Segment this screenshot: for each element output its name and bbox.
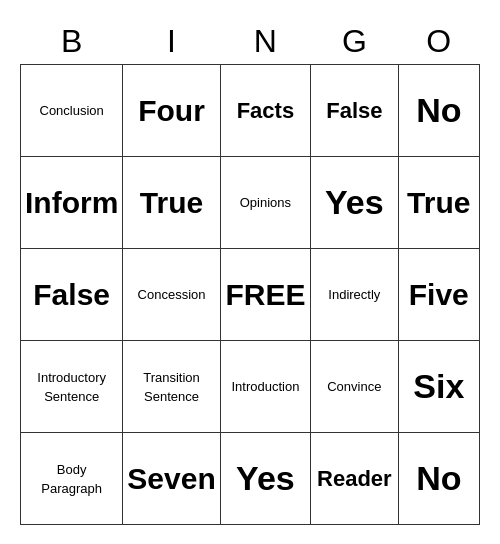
bingo-header-o: O — [398, 19, 479, 65]
bingo-header-g: G — [311, 19, 398, 65]
bingo-cell-2-4: Five — [398, 249, 479, 341]
bingo-cell-0-3: False — [311, 65, 398, 157]
bingo-cell-1-4: True — [398, 157, 479, 249]
bingo-cell-2-2: FREE — [220, 249, 310, 341]
bingo-header-n: N — [220, 19, 310, 65]
bingo-cell-0-4: No — [398, 65, 479, 157]
bingo-row-0: ConclusionFourFactsFalseNo — [21, 65, 480, 157]
bingo-row-2: FalseConcessionFREEIndirectlyFive — [21, 249, 480, 341]
bingo-cell-2-1: Concession — [123, 249, 220, 341]
bingo-cell-4-1: Seven — [123, 433, 220, 525]
bingo-cell-0-2: Facts — [220, 65, 310, 157]
bingo-cell-4-4: No — [398, 433, 479, 525]
bingo-header-i: I — [123, 19, 220, 65]
bingo-cell-0-1: Four — [123, 65, 220, 157]
bingo-cell-4-0: Body Paragraph — [21, 433, 123, 525]
bingo-cell-3-0: Introductory Sentence — [21, 341, 123, 433]
bingo-row-1: InformTrueOpinionsYesTrue — [21, 157, 480, 249]
bingo-cell-3-3: Convince — [311, 341, 398, 433]
bingo-row-4: Body ParagraphSevenYesReaderNo — [21, 433, 480, 525]
bingo-cell-1-2: Opinions — [220, 157, 310, 249]
bingo-cell-4-3: Reader — [311, 433, 398, 525]
bingo-cell-1-3: Yes — [311, 157, 398, 249]
bingo-cell-3-4: Six — [398, 341, 479, 433]
bingo-cell-2-0: False — [21, 249, 123, 341]
bingo-cell-0-0: Conclusion — [21, 65, 123, 157]
bingo-cell-2-3: Indirectly — [311, 249, 398, 341]
bingo-cell-3-1: Transition Sentence — [123, 341, 220, 433]
bingo-header-b: B — [21, 19, 123, 65]
bingo-cell-4-2: Yes — [220, 433, 310, 525]
bingo-cell-1-1: True — [123, 157, 220, 249]
bingo-cell-1-0: Inform — [21, 157, 123, 249]
bingo-card: BINGO ConclusionFourFactsFalseNoInformTr… — [20, 19, 480, 525]
bingo-row-3: Introductory SentenceTransition Sentence… — [21, 341, 480, 433]
bingo-cell-3-2: Introduction — [220, 341, 310, 433]
